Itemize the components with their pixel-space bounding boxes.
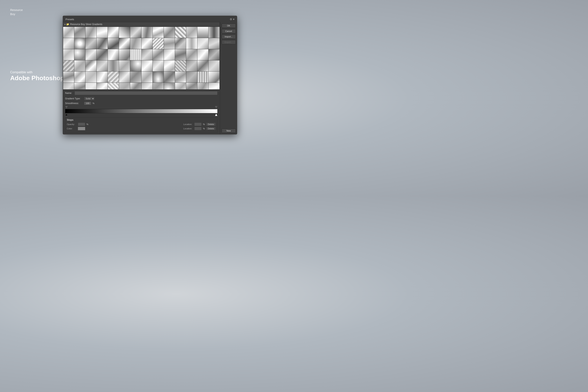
gradient-cell[interactable] <box>63 72 74 82</box>
gradient-cell[interactable] <box>175 72 186 82</box>
opacity-delete-button[interactable]: Delete <box>206 122 216 126</box>
gradient-cell[interactable] <box>119 83 130 90</box>
gradient-cell[interactable] <box>86 83 96 90</box>
gradient-cell[interactable] <box>63 83 74 90</box>
gradient-cell[interactable] <box>153 27 164 38</box>
gradient-cell[interactable] <box>197 38 208 49</box>
gradient-cell[interactable] <box>164 38 175 49</box>
gradient-cell[interactable] <box>108 49 119 60</box>
opacity-location-input[interactable] <box>194 122 202 126</box>
gradient-cell[interactable] <box>175 38 186 49</box>
opacity-stop-right[interactable] <box>215 106 217 108</box>
gradient-cell[interactable] <box>142 72 152 82</box>
gradient-preview-bar[interactable] <box>65 109 218 113</box>
color-stop-right[interactable] <box>215 114 217 116</box>
gradient-cell[interactable] <box>208 27 220 38</box>
opacity-stop-left[interactable] <box>65 106 68 108</box>
gradient-cell[interactable] <box>97 49 108 60</box>
gradient-cell[interactable] <box>108 83 119 90</box>
export-button[interactable]: Export... <box>222 40 236 44</box>
gradient-cell[interactable] <box>86 38 96 49</box>
new-button[interactable]: New <box>222 128 236 133</box>
gradient-cell[interactable] <box>142 83 152 90</box>
gradient-cell[interactable] <box>142 27 152 38</box>
gradient-cell[interactable] <box>63 27 74 38</box>
gradient-cell[interactable] <box>108 38 119 49</box>
gradient-cell[interactable] <box>208 38 220 49</box>
gradient-cell[interactable] <box>164 83 175 90</box>
gradient-cell[interactable] <box>164 27 175 38</box>
gradient-cell[interactable] <box>186 72 197 82</box>
gradient-cell[interactable] <box>74 49 85 60</box>
gradient-type-select[interactable]: Solid <box>84 97 95 100</box>
gradient-cell[interactable] <box>164 72 175 82</box>
gradient-cell[interactable] <box>74 27 85 38</box>
gradient-cell[interactable] <box>208 83 220 90</box>
gradient-cell[interactable] <box>119 38 130 49</box>
gradient-cell[interactable] <box>74 83 85 90</box>
gradient-cell[interactable] <box>153 83 164 90</box>
gradient-cell[interactable] <box>130 49 141 60</box>
gradient-cell[interactable] <box>153 60 164 71</box>
color-delete-button[interactable]: Delete <box>206 127 216 130</box>
gradient-cell[interactable] <box>197 83 208 90</box>
color-stop-left[interactable] <box>65 114 68 116</box>
gradient-cell[interactable] <box>86 49 96 60</box>
gradient-cell[interactable] <box>86 27 96 38</box>
gradient-cell[interactable] <box>119 49 130 60</box>
gradient-cell[interactable] <box>142 60 152 71</box>
gradient-cell[interactable] <box>74 38 85 49</box>
gradient-cell[interactable] <box>164 60 175 71</box>
gradient-cell[interactable] <box>130 27 141 38</box>
gradient-cell[interactable] <box>175 27 186 38</box>
gradient-cell[interactable] <box>97 72 108 82</box>
ok-button[interactable]: OK <box>222 24 236 28</box>
gradient-cell[interactable] <box>86 60 96 71</box>
gradient-cell[interactable] <box>130 72 141 82</box>
gradient-cell[interactable] <box>186 49 197 60</box>
gradient-cell[interactable] <box>164 49 175 60</box>
gradient-cell[interactable] <box>119 72 130 82</box>
gradient-cell[interactable] <box>208 60 220 71</box>
gradient-scroll-area[interactable] <box>63 27 220 90</box>
gradient-cell[interactable] <box>119 27 130 38</box>
smoothness-input[interactable] <box>84 102 91 105</box>
gradient-cell[interactable] <box>197 60 208 71</box>
gradient-cell[interactable] <box>208 72 220 82</box>
gradient-cell[interactable] <box>142 49 152 60</box>
gradient-cell[interactable] <box>130 83 141 90</box>
gradient-cell[interactable] <box>186 83 197 90</box>
gradient-cell[interactable] <box>208 49 220 60</box>
cancel-button[interactable]: Cancel <box>222 29 236 33</box>
gradient-cell[interactable] <box>153 49 164 60</box>
gradient-cell[interactable] <box>153 38 164 49</box>
color-location-input[interactable] <box>194 127 202 130</box>
gradient-cell[interactable] <box>197 27 208 38</box>
import-button[interactable]: Import... <box>222 34 236 39</box>
gear-button[interactable]: ⚙ ▾ <box>230 18 234 21</box>
gradient-cell[interactable] <box>130 38 141 49</box>
gradient-cell[interactable] <box>97 60 108 71</box>
gradient-cell[interactable] <box>186 27 197 38</box>
name-input[interactable] <box>74 91 218 95</box>
gradient-cell[interactable] <box>74 60 85 71</box>
gradient-cell[interactable] <box>108 27 119 38</box>
gradient-cell[interactable] <box>108 60 119 71</box>
gradient-cell[interactable] <box>63 60 74 71</box>
gradient-cell[interactable] <box>130 60 141 71</box>
gradient-cell[interactable] <box>153 72 164 82</box>
gradient-cell[interactable] <box>175 60 186 71</box>
gradient-cell[interactable] <box>175 83 186 90</box>
gradient-cell[interactable] <box>74 72 85 82</box>
gradient-cell[interactable] <box>186 38 197 49</box>
gradient-cell[interactable] <box>97 27 108 38</box>
gradient-cell[interactable] <box>63 49 74 60</box>
gradient-cell[interactable] <box>86 72 96 82</box>
gradient-cell[interactable] <box>108 72 119 82</box>
gradient-cell[interactable] <box>97 38 108 49</box>
gradient-cell[interactable] <box>186 60 197 71</box>
gradient-cell[interactable] <box>97 83 108 90</box>
gradient-cell[interactable] <box>142 38 152 49</box>
gradient-cell[interactable] <box>175 49 186 60</box>
gradient-cell[interactable] <box>197 72 208 82</box>
